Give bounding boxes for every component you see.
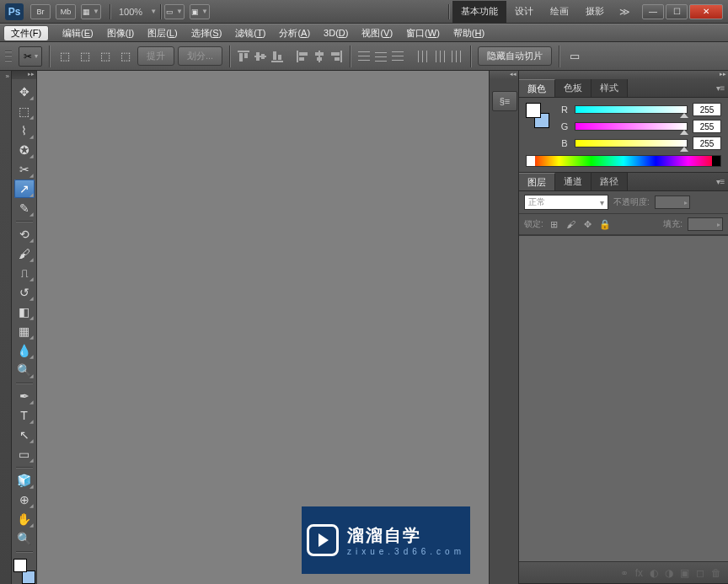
r-slider[interactable] [575,105,688,114]
arrange-dropdown[interactable]: ▭▼ [164,4,185,19]
menu-file[interactable]: 文件(F) [3,25,49,41]
opacity-input[interactable]: ▸ [655,196,690,209]
screenmode-dropdown[interactable]: ▣▼ [190,4,210,19]
layers-list[interactable] [519,235,728,561]
align-vcenter-icon[interactable] [254,50,267,63]
fg-preview[interactable] [526,103,541,118]
eyedropper-tool[interactable]: ✎◢ [14,199,35,217]
menu-layer[interactable]: 图层(L) [141,27,184,40]
eraser-tool[interactable]: ◧◢ [14,303,35,321]
distribute-vcenter-icon[interactable] [374,50,388,63]
pen-tool[interactable]: ✒◢ [14,387,35,405]
group-icon[interactable]: ▣ [680,567,689,579]
distribute-hcenter-icon[interactable] [433,50,447,63]
tab-channels[interactable]: 通道 [555,173,592,190]
g-slider[interactable] [575,122,688,131]
tool-preset-picker[interactable]: ✂▾ [19,46,42,67]
tab-swatches[interactable]: 色板 [555,79,592,97]
expand-arrow-icon[interactable]: ◂◂ [510,71,517,79]
delete-layer-icon[interactable]: 🗑 [711,567,721,579]
hide-auto-slice-button[interactable]: 隐藏自动切片 [478,46,552,66]
align-right-icon[interactable] [329,50,343,63]
tab-styles[interactable]: 样式 [592,79,628,97]
3d-camera-tool[interactable]: ⊕◢ [14,490,35,509]
lock-position-icon[interactable]: ✥ [582,218,594,230]
fill-input[interactable]: ▸ [688,217,723,231]
slice-option-4-icon[interactable]: ⬚ [117,48,134,65]
collapse-arrow-icon[interactable]: ▸▸ [28,71,35,79]
left-dock[interactable]: » [0,71,12,584]
new-layer-icon[interactable]: ◻ [696,567,704,579]
b-input[interactable] [693,137,721,150]
minibridge-badge[interactable]: Mb [56,4,76,19]
menu-select[interactable]: 选择(S) [185,27,229,40]
healing-tool[interactable]: ⟲◢ [14,225,35,244]
adjustment-layer-icon[interactable]: ◑ [665,567,673,579]
menu-help[interactable]: 帮助(H) [447,27,491,40]
menu-3d[interactable]: 3D(D) [317,28,355,38]
menu-image[interactable]: 图像(I) [100,27,141,40]
minimize-button[interactable]: — [642,4,664,19]
menu-window[interactable]: 窗口(W) [399,27,447,40]
close-button[interactable]: ✕ [689,4,723,19]
slice-select-tool[interactable]: ↗◢ [14,179,35,198]
path-select-tool[interactable]: ↖◢ [14,426,35,444]
layer-style-icon[interactable]: fx [635,567,643,579]
zoom-tool[interactable]: 🔍 [14,529,35,548]
shape-tool[interactable]: ▭◢ [14,445,35,463]
slice-options-icon[interactable]: ▭ [566,48,583,65]
grip-icon[interactable] [5,50,12,63]
panel-menu-icon[interactable]: ▾≡ [713,79,728,97]
menu-filter[interactable]: 滤镜(T) [228,27,272,40]
distribute-top-icon[interactable] [357,50,371,63]
workspace-tab-painting[interactable]: 绘画 [542,1,577,23]
link-layers-icon[interactable]: ⚭ [620,567,629,579]
distribute-bottom-icon[interactable] [391,50,404,63]
lock-transparency-icon[interactable]: ⊞ [549,218,560,230]
tab-layers[interactable]: 图层 [519,173,555,190]
crop-tool[interactable]: ✂◢ [14,160,35,179]
color-swatches[interactable] [13,559,35,584]
distribute-left-icon[interactable] [416,50,430,63]
slice-option-3-icon[interactable]: ⬚ [97,48,114,65]
align-left-icon[interactable] [296,50,309,63]
workspace-tab-design[interactable]: 设计 [506,1,542,23]
lock-pixels-icon[interactable]: 🖌 [565,218,577,230]
quick-select-tool[interactable]: ✪◢ [14,141,35,159]
align-bottom-icon[interactable] [270,50,284,63]
align-top-icon[interactable] [237,50,250,63]
color-ramp[interactable] [526,155,721,167]
blur-tool[interactable]: 💧◢ [14,341,35,360]
panel-menu-icon[interactable]: ▾≡ [713,173,728,190]
color-preview[interactable] [526,103,549,128]
hand-tool[interactable]: ✋◢ [14,510,35,528]
layout-dropdown[interactable]: ▦▼ [81,4,101,19]
tab-paths[interactable]: 路径 [592,173,628,190]
background-color[interactable] [22,571,35,584]
promote-button[interactable]: 提升 [137,46,174,66]
expand-arrow-icon[interactable]: » [6,72,9,80]
collapse-arrow-icon[interactable]: ▸▸ [720,71,726,79]
history-panel-icon[interactable]: §≡ [492,91,517,111]
maximize-button[interactable]: ☐ [666,4,688,19]
slice-option-2-icon[interactable]: ⬚ [77,48,94,65]
b-slider[interactable] [575,139,688,147]
brush-tool[interactable]: 🖌◢ [14,244,35,263]
bridge-badge[interactable]: Br [30,4,51,19]
menu-analysis[interactable]: 分析(A) [272,27,317,40]
type-tool[interactable]: T◢ [14,406,35,425]
layer-mask-icon[interactable]: ◐ [650,567,658,579]
divide-button[interactable]: 划分... [178,46,222,66]
g-input[interactable] [693,120,721,133]
stamp-tool[interactable]: ⎍◢ [14,264,35,282]
blend-mode-select[interactable]: 正常▾ [524,195,608,210]
slice-option-1-icon[interactable]: ⬚ [56,48,73,65]
menu-view[interactable]: 视图(V) [355,27,399,40]
foreground-color[interactable] [13,559,27,572]
workspace-tab-photography[interactable]: 摄影 [577,1,613,23]
lasso-tool[interactable]: ⌇◢ [14,121,35,140]
menu-edit[interactable]: 编辑(E) [56,27,100,40]
distribute-right-icon[interactable] [450,50,463,63]
move-tool[interactable]: ✥◢ [14,83,35,101]
marquee-tool[interactable]: ⬚◢ [14,102,35,121]
